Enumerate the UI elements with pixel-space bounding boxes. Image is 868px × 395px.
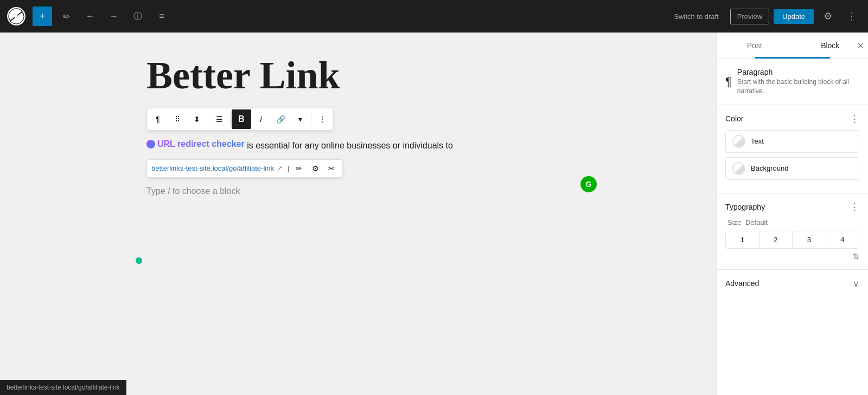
advanced-title: Advanced bbox=[725, 279, 759, 288]
redo-button[interactable]: → bbox=[104, 7, 124, 26]
move-up-down-button[interactable]: ⬍ bbox=[187, 109, 207, 129]
wp-logo bbox=[7, 7, 26, 26]
typography-section: Typography ⋮ Size Default 1 2 3 4 ⇅ bbox=[717, 193, 868, 270]
paragraph-type-button[interactable]: ¶ bbox=[148, 109, 168, 129]
typography-section-header: Typography ⋮ bbox=[725, 202, 859, 212]
link-settings-button[interactable]: ⚙ bbox=[309, 162, 322, 175]
paragraph-info-section: ¶ Paragraph Start with the basic buildin… bbox=[717, 59, 868, 105]
size-4[interactable]: 4 bbox=[826, 231, 859, 248]
cursor-indicator: | bbox=[288, 165, 289, 172]
bold-button[interactable]: B bbox=[232, 109, 251, 129]
status-bar: betterlinks-test-site.local/go/affiliate… bbox=[0, 380, 126, 395]
tab-post[interactable]: Post bbox=[717, 33, 793, 59]
edit-icon-button[interactable]: ✏ bbox=[56, 7, 76, 26]
link-url[interactable]: betterlinks-test-site.local/go/affiliate… bbox=[151, 164, 274, 172]
switch-to-draft-button[interactable]: Switch to draft bbox=[667, 9, 725, 24]
drag-handle[interactable]: ⠿ bbox=[168, 109, 187, 129]
status-url: betterlinks-test-site.local/go/affiliate… bbox=[7, 384, 120, 391]
paragraph-text: is essential for any online businesses o… bbox=[247, 141, 453, 150]
size-controls: ⇅ bbox=[725, 252, 859, 261]
list-view-button[interactable]: ≡ bbox=[152, 7, 171, 26]
color-background-label: Background bbox=[751, 164, 788, 172]
paragraph-desc: Start with the basic building block of a… bbox=[737, 77, 859, 96]
top-toolbar: + ✏ ← → ⓘ ≡ Switch to draft Preview Upda… bbox=[0, 0, 868, 33]
more-rich-text-button[interactable]: ▾ bbox=[290, 109, 310, 129]
color-section-header: Color ⋮ bbox=[725, 114, 859, 124]
color-text-option[interactable]: Text bbox=[725, 130, 859, 153]
editor-content: Better Link ¶ ⠿ ⬍ ☰ B I 🔗 ▾ ⋮ URL bbox=[146, 54, 570, 373]
size-control-icon[interactable]: ⇅ bbox=[853, 252, 859, 261]
sidebar: Post Block × ¶ Paragraph Start with the … bbox=[716, 33, 868, 395]
editor-area: Better Link ¶ ⠿ ⬍ ☰ B I 🔗 ▾ ⋮ URL bbox=[0, 33, 716, 395]
color-section-title: Color bbox=[725, 114, 743, 123]
toolbar-separator-1 bbox=[208, 113, 208, 126]
add-block-button[interactable]: + bbox=[33, 7, 52, 26]
grammarly-icon: G bbox=[580, 176, 597, 192]
typography-more-button[interactable]: ⋮ bbox=[850, 202, 859, 212]
size-2[interactable]: 2 bbox=[760, 231, 793, 248]
link-text[interactable]: URL redirect checker bbox=[157, 137, 245, 151]
link-popup: betterlinks-test-site.local/go/affiliate… bbox=[146, 159, 343, 178]
info-button[interactable]: ⓘ bbox=[128, 7, 148, 26]
align-button[interactable]: ☰ bbox=[209, 109, 229, 129]
edit-link-button[interactable]: ✏ bbox=[292, 162, 305, 175]
size-1[interactable]: 1 bbox=[726, 231, 760, 248]
top-bar-right: Switch to draft Preview Update ⚙ ⋮ bbox=[667, 7, 861, 26]
paragraph-title: Paragraph bbox=[737, 68, 859, 76]
sidebar-tabs: Post Block × bbox=[717, 33, 868, 59]
color-background-option[interactable]: Background bbox=[725, 157, 859, 180]
unlink-button[interactable]: ✂ bbox=[325, 162, 338, 175]
block-toolbar: ¶ ⠿ ⬍ ☰ B I 🔗 ▾ ⋮ bbox=[146, 108, 334, 131]
size-slider: 1 2 3 4 bbox=[725, 231, 859, 249]
size-3[interactable]: 3 bbox=[793, 231, 826, 248]
paragraph-header: ¶ Paragraph Start with the basic buildin… bbox=[725, 68, 859, 96]
color-text-label: Text bbox=[751, 137, 764, 145]
post-title: Better Link bbox=[146, 54, 570, 97]
more-options-button[interactable]: ⋮ bbox=[842, 7, 861, 26]
close-sidebar-button[interactable]: × bbox=[857, 40, 864, 51]
advanced-chevron-icon: ∨ bbox=[853, 279, 859, 289]
svg-rect-1 bbox=[15, 11, 18, 21]
link-redirect-icon bbox=[146, 140, 155, 148]
color-section: Color ⋮ Text Background bbox=[717, 105, 868, 193]
size-label: Size Default bbox=[725, 218, 859, 226]
toolbar-separator-2 bbox=[230, 113, 231, 126]
update-button[interactable]: Update bbox=[774, 9, 814, 24]
paragraph-icon: ¶ bbox=[725, 75, 732, 89]
settings-button[interactable]: ⚙ bbox=[818, 7, 838, 26]
undo-button[interactable]: ← bbox=[80, 7, 100, 26]
typography-section-title: Typography bbox=[725, 203, 765, 211]
advanced-header[interactable]: Advanced ∨ bbox=[725, 279, 859, 289]
type-choose-hint: Type / to choose a block bbox=[146, 186, 570, 196]
external-link-icon: ↗ bbox=[277, 165, 282, 172]
paragraph-info: Paragraph Start with the basic building … bbox=[737, 68, 859, 96]
green-dot-indicator bbox=[136, 257, 142, 264]
toolbar-separator-3 bbox=[311, 113, 311, 126]
advanced-section: Advanced ∨ bbox=[717, 270, 868, 297]
main-layout: Better Link ¶ ⠿ ⬍ ☰ B I 🔗 ▾ ⋮ URL bbox=[0, 33, 868, 395]
more-block-options[interactable]: ⋮ bbox=[312, 109, 332, 129]
color-text-circle bbox=[732, 135, 745, 148]
color-more-button[interactable]: ⋮ bbox=[850, 114, 859, 124]
color-background-circle bbox=[732, 162, 745, 175]
tab-block[interactable]: Block bbox=[793, 33, 869, 59]
paragraph-block: URL redirect checker is essential for an… bbox=[146, 137, 570, 152]
preview-button[interactable]: Preview bbox=[730, 9, 769, 24]
link-button[interactable]: 🔗 bbox=[271, 109, 290, 129]
italic-button[interactable]: I bbox=[251, 109, 271, 129]
